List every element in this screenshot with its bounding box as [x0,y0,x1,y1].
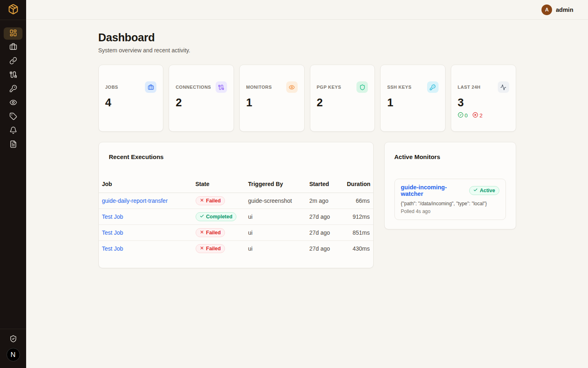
sidebar-item-tags[interactable] [4,111,22,123]
stat-card-ssh-keys: SSH KEYS 1 [380,65,445,132]
stat-label: CONNECTIONS [176,85,211,90]
circle-x-icon [472,112,478,119]
active-monitors-panel: Active Monitors guide-incoming-watcher A… [384,142,516,229]
cell-started: 2m ago [306,193,344,209]
briefcase-icon [9,43,17,52]
sidebar-item-connections[interactable] [4,55,22,67]
monitor-link[interactable]: guide-incoming-watcher [401,184,469,197]
stat-value: 1 [246,96,298,109]
sidebar-item-cable[interactable] [4,69,22,81]
panel-title: Recent Executions [109,153,373,160]
last-24h-breakdown: 0 2 [458,112,509,119]
main-content: Dashboard System overview and recent act… [26,20,588,368]
layout-dashboard-icon [9,29,17,38]
tag-icon [9,112,17,122]
page-title: Dashboard [98,31,516,44]
shield-check-icon [9,335,17,344]
stat-label: LAST 24H [458,85,481,90]
nextjs-dev-indicator[interactable]: N [7,348,20,361]
app-logo[interactable] [0,0,26,20]
cell-triggered-by: guide-screenshot [245,193,306,209]
sidebar-item-logs[interactable] [4,139,22,151]
file-text-icon [9,140,17,150]
cell-triggered-by: ui [245,209,306,225]
stat-card-jobs: JOBS 4 [98,65,164,132]
job-link[interactable]: guide-daily-report-transfer [102,197,168,204]
cell-triggered-by: ui [245,225,306,241]
circle-check-icon [458,112,463,119]
monitor-status-badge: Active [469,186,499,195]
cell-triggered-by: ui [245,241,306,257]
x-icon [200,230,204,236]
stat-label: JOBS [105,85,118,90]
stat-label: MONITORS [246,85,272,90]
eye-icon [9,99,17,108]
state-badge-failed: Failed [196,196,225,205]
stat-value: 4 [105,96,157,109]
panel-title: Active Monitors [394,153,506,160]
stat-value: 3 [458,96,509,109]
failed-count: 2 [472,112,483,119]
user-name: admin [556,7,573,13]
x-icon [200,246,204,251]
table-header-row: Job State Triggered By Started Duration [99,181,373,193]
sidebar-item-notifications[interactable] [4,125,22,137]
sidebar-item-monitors[interactable] [4,97,22,109]
column-header-job: Job [99,181,192,193]
app-root: N A admin Dashboard System overview and … [0,0,588,368]
table-row: Test Job Failed ui 27d ago 430ms [99,241,373,257]
x-icon [200,198,204,204]
cell-started: 27d ago [306,241,344,257]
table-row: Test Job Completed ui 27d ago 912ms [99,209,373,225]
stat-card-connections: CONNECTIONS 2 [169,65,234,132]
stat-value: 2 [176,96,227,109]
table-row: Test Job Failed ui 27d ago 851ms [99,225,373,241]
sidebar-bottom: N [0,329,26,368]
package-icon [8,4,19,16]
check-icon [200,214,204,220]
avatar: A [541,4,552,15]
column-header-state: State [192,181,245,193]
sidebar-item-jobs[interactable] [4,41,22,54]
cell-started: 27d ago [306,209,344,225]
stat-label: PGP KEYS [317,85,341,90]
key-icon [9,85,17,94]
cable-icon [216,81,227,93]
shield-icon [356,81,368,93]
check-icon [473,188,478,193]
sidebar: N [0,0,26,368]
column-header-started: Started [306,181,344,193]
stat-label: SSH KEYS [387,85,412,90]
top-header: A admin [26,0,588,20]
cell-started: 27d ago [306,225,344,241]
job-link[interactable]: Test Job [102,245,123,252]
column-header-duration: Duration [344,181,373,193]
cell-duration: 851ms [344,225,373,241]
state-badge-failed: Failed [196,228,225,237]
table-row: guide-daily-report-transfer Failed guide… [99,193,373,209]
monitor-config: {"path": "/data/incoming", "type": "loca… [401,201,499,206]
stat-card-pgp-keys: PGP KEYS 2 [310,65,375,132]
briefcase-icon [145,81,156,93]
cell-duration: 66ms [344,193,373,209]
cable-icon [9,71,17,80]
job-link[interactable]: Test Job [102,213,123,220]
eye-icon [286,81,298,93]
sidebar-item-dashboard[interactable] [4,27,22,40]
recent-executions-panel: Recent Executions Job State Triggered By… [98,142,374,268]
stat-card-last-24h: LAST 24H 3 0 [451,65,516,132]
sidebar-nav [0,20,26,151]
job-link[interactable]: Test Job [102,229,123,236]
activity-icon [498,81,509,93]
user-menu[interactable]: A admin [541,4,573,15]
link-icon [9,57,17,66]
monitor-card: guide-incoming-watcher Active {"path": "… [394,179,506,220]
stat-card-monitors: MONITORS 1 [239,65,305,132]
stat-value: 1 [387,96,439,109]
sidebar-item-keys[interactable] [4,83,22,95]
stats-grid: JOBS 4 CONNECTIONS [98,65,516,132]
sidebar-item-security[interactable] [4,333,22,346]
stat-value: 2 [317,96,368,109]
page-subtitle: System overview and recent activity. [98,47,516,54]
main-column: A admin Dashboard System overview and re… [26,0,588,368]
